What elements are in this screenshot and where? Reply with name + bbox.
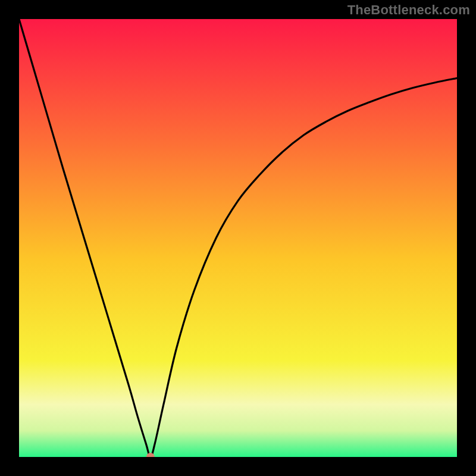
- plot-border: [19, 19, 457, 457]
- watermark-text: TheBottleneck.com: [347, 2, 470, 18]
- chart-frame: TheBottleneck.com: [0, 0, 476, 476]
- bottleneck-curve-plot: [19, 19, 457, 457]
